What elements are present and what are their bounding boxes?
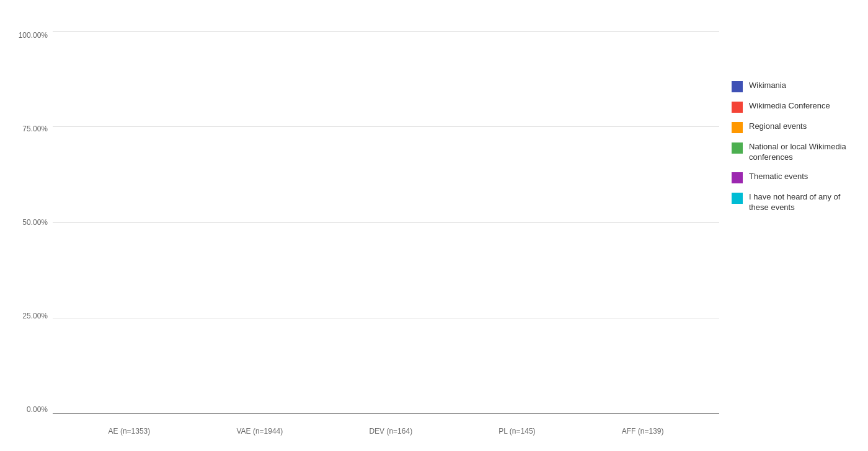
x-axis-label: VAE (n=1944) — [236, 427, 283, 436]
bars-wrapper — [53, 31, 719, 414]
legend-label: Regional events — [749, 121, 807, 132]
y-axis-label: 100.00% — [19, 31, 48, 40]
y-axis-label: 75.00% — [22, 125, 48, 133]
legend-label: Thematic events — [749, 172, 808, 182]
y-axis-label: 50.00% — [22, 218, 48, 227]
x-labels: AE (n=1353)VAE (n=1944)DEV (n=164)PL (n=… — [53, 427, 719, 436]
legend-label: National or local Wikimedia conferences — [749, 142, 849, 163]
x-axis-label: AFF (n=139) — [622, 427, 664, 436]
chart-area: 100.00%75.00%50.00%25.00%0.00% AE (n=135… — [12, 31, 719, 439]
x-axis-label: PL (n=145) — [498, 427, 535, 436]
legend-label: I have not heard of any of these events — [749, 192, 849, 213]
legend-color-swatch — [732, 102, 743, 113]
legend: WikimaniaWikimedia ConferenceRegional ev… — [719, 31, 856, 439]
legend-item: National or local Wikimedia conferences — [732, 142, 849, 163]
plot-area: AE (n=1353)VAE (n=1944)DEV (n=164)PL (n=… — [53, 31, 719, 414]
legend-color-swatch — [732, 142, 743, 154]
chart-container: 100.00%75.00%50.00%25.00%0.00% AE (n=135… — [0, 0, 868, 451]
legend-color-swatch — [732, 122, 743, 133]
legend-item: Thematic events — [732, 172, 849, 183]
legend-label: Wikimania — [749, 81, 786, 91]
baseline — [53, 413, 719, 414]
legend-item: Regional events — [732, 121, 849, 133]
y-axis-label: 0.00% — [27, 405, 48, 414]
legend-color-swatch — [732, 81, 743, 92]
legend-item: Wikimedia Conference — [732, 101, 849, 113]
legend-item: I have not heard of any of these events — [732, 192, 849, 213]
legend-item: Wikimania — [732, 81, 849, 92]
chart-body: 100.00%75.00%50.00%25.00%0.00% AE (n=135… — [12, 31, 856, 439]
y-axis-label: 25.00% — [22, 312, 48, 320]
legend-color-swatch — [732, 193, 743, 204]
x-axis-label: AE (n=1353) — [108, 427, 151, 436]
x-axis-label: DEV (n=164) — [369, 427, 412, 436]
legend-label: Wikimedia Conference — [749, 101, 830, 112]
legend-color-swatch — [732, 172, 743, 183]
y-axis-labels: 100.00%75.00%50.00%25.00%0.00% — [12, 31, 53, 414]
